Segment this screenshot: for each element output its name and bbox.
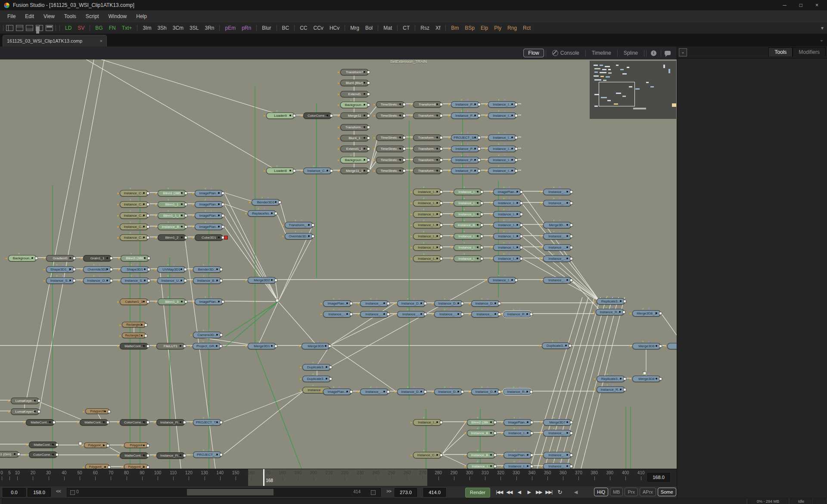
node-input-icon[interactable]: ▸	[469, 389, 470, 395]
flow-node[interactable]: ▸PROJECT_...▾▾	[193, 451, 221, 458]
node-output-icon[interactable]	[440, 190, 443, 193]
node-output-icon[interactable]	[424, 302, 427, 305]
flow-node[interactable]: ▸n1 (Grn)	[0, 451, 19, 457]
node-input-icon[interactable]: ▸	[594, 299, 596, 304]
node-output-icon[interactable]	[440, 421, 443, 424]
node-output-icon[interactable]	[440, 159, 443, 162]
node-input-icon[interactable]: ▸	[190, 452, 192, 457]
node-input-icon[interactable]: ▸	[264, 168, 265, 174]
node-output-icon[interactable]	[515, 169, 518, 172]
flow-node[interactable]: ▸Instance_...▾▾	[543, 200, 572, 206]
node-output-icon[interactable]	[147, 268, 150, 271]
flow-node[interactable]: ▸Loader8▾	[266, 168, 295, 174]
tool-button-mrg[interactable]: Mrg	[347, 25, 362, 31]
node-input-icon[interactable]: ▸	[464, 452, 466, 458]
node-input-icon[interactable]: ▸	[410, 200, 412, 206]
flow-node[interactable]: ▸Blinn1_1_1▾	[158, 212, 186, 219]
node-output-icon[interactable]	[424, 313, 427, 316]
node-input-icon[interactable]: ▸	[485, 157, 487, 163]
node-input-icon[interactable]: ▸	[395, 311, 396, 317]
tool-button-ccv[interactable]: CCv	[311, 25, 326, 31]
node-input-icon[interactable]: ▸	[118, 267, 120, 272]
node-output-icon[interactable]	[570, 421, 573, 424]
close-button[interactable]: ×	[815, 2, 818, 8]
node-input-icon[interactable]: ▸	[338, 69, 339, 75]
flow-node[interactable]: ▸Instance_R...▾▾	[597, 386, 625, 393]
node-output-icon[interactable]	[623, 388, 626, 391]
tool-button-rct[interactable]: Rct	[520, 25, 534, 31]
node-input-icon[interactable]: ▸	[117, 343, 119, 349]
fast-forward-button[interactable]: ▶▶	[535, 488, 543, 496]
node-input-icon[interactable]: ▸	[373, 113, 375, 118]
node-input-icon[interactable]: ▸	[155, 202, 157, 207]
node-output-icon[interactable]	[570, 432, 573, 435]
node-input-icon[interactable]: ▸	[485, 135, 487, 140]
node-output-icon[interactable]	[440, 246, 443, 249]
node-output-icon[interactable]	[461, 390, 464, 393]
node-input-icon[interactable]: ▸	[300, 364, 302, 370]
flow-node[interactable]: ▸Instance_...▾▾	[543, 452, 572, 458]
node-output-icon[interactable]	[403, 169, 406, 172]
node-input-icon[interactable]: ▸	[338, 80, 339, 86]
flow-node[interactable]: ▸Merge3D8▾▾	[632, 376, 661, 382]
tool-button-3sh[interactable]: 3Sh	[154, 25, 169, 31]
minimize-button[interactable]: ─	[783, 2, 787, 8]
tool-button-ct[interactable]: CT	[400, 25, 413, 31]
node-output-icon[interactable]	[220, 453, 223, 456]
tool-button-elp[interactable]: Elp	[478, 25, 491, 31]
node-input-icon[interactable]: ▸	[282, 233, 284, 239]
node-input-icon[interactable]: ▸	[81, 255, 82, 261]
node-output-icon[interactable]	[220, 268, 223, 271]
node-input-icon[interactable]: ▸	[410, 113, 412, 118]
node-input-icon[interactable]: ▸	[249, 199, 251, 205]
node-output-icon[interactable]	[515, 147, 518, 150]
tool-button-hcv[interactable]: HCv	[326, 25, 342, 31]
menu-tools[interactable]: Tools	[59, 13, 81, 19]
node-input-icon[interactable]: ▸	[117, 420, 119, 425]
node-output-icon[interactable]	[311, 224, 314, 227]
node-input-icon[interactable]: ▸	[373, 168, 375, 174]
tool-button-bg[interactable]: BG	[92, 25, 106, 31]
node-input-icon[interactable]: ▸	[118, 278, 120, 283]
node-input-icon[interactable]: ▸	[501, 464, 503, 469]
flow-node[interactable]: ▸ImagePlan...▾▾	[195, 190, 223, 196]
flow-node[interactable]: ▸ImagePlan...▾▾	[323, 300, 351, 307]
composition-tab[interactable]: 161125_03_WSI_Clip1ATK13.comp ×	[3, 35, 107, 47]
node-output-icon[interactable]	[515, 279, 518, 282]
flow-node[interactable]: ▸Instance_I...▾▾	[488, 157, 516, 163]
flow-node[interactable]: ▸ImagePlan...▾▾	[323, 389, 351, 395]
flow-node[interactable]: ▸Extend1_1	[340, 146, 369, 152]
node-input-icon[interactable]: ▸	[192, 235, 194, 240]
node-input-icon[interactable]: ▸	[395, 389, 396, 395]
flow-node[interactable]: ▸Merge11	[340, 112, 369, 119]
flow-node[interactable]: ▸Transform...	[413, 146, 441, 152]
node-output-icon[interactable]	[146, 225, 149, 228]
node-output-icon[interactable]	[494, 421, 497, 424]
node-output-icon[interactable]	[274, 212, 277, 215]
flow-node[interactable]: ▸Instance_I...▾	[454, 244, 482, 251]
panel-tab-modifiers[interactable]: Modifiers	[793, 47, 826, 56]
flow-node[interactable]: ▸Merge3D7▾▾	[543, 419, 572, 426]
flow-node[interactable]: ▸Instance_I...▾	[454, 189, 482, 195]
flow-node[interactable]: ▸Instance_P...▾▾	[451, 112, 479, 119]
node-input-icon[interactable]: ▸	[464, 464, 466, 469]
flow-node[interactable]: ▸MatteCont...	[29, 442, 57, 448]
flow-node[interactable]: ▸Blinn1_3▾	[158, 299, 186, 305]
node-output-icon[interactable]	[440, 224, 443, 227]
flow-node[interactable]: ▸Instance_...▾▾	[323, 311, 351, 317]
node-output-icon[interactable]	[440, 114, 443, 117]
node-output-icon[interactable]	[570, 465, 573, 468]
node-input-icon[interactable]: ▸	[501, 311, 502, 317]
flow-node[interactable]: ▸ImagePlan...▾▾	[504, 452, 532, 458]
node-input-icon[interactable]: ▸	[81, 267, 82, 272]
node-input-icon[interactable]: ▸	[192, 299, 194, 305]
node-output-icon[interactable]	[184, 225, 187, 228]
flow-node[interactable]: ▸Merge3D5▾▾	[302, 343, 330, 349]
node-input-icon[interactable]: ▸	[485, 146, 487, 152]
render-end-field[interactable]: 273.0	[395, 488, 417, 497]
flow-node[interactable]: ▸TimeStretc...	[376, 134, 404, 141]
node-output-icon[interactable]	[108, 410, 111, 413]
node-input-icon[interactable]: ▸	[451, 200, 453, 206]
range-lock-right-checkbox[interactable]	[371, 490, 376, 495]
node-input-icon[interactable]: ▸	[630, 343, 631, 349]
